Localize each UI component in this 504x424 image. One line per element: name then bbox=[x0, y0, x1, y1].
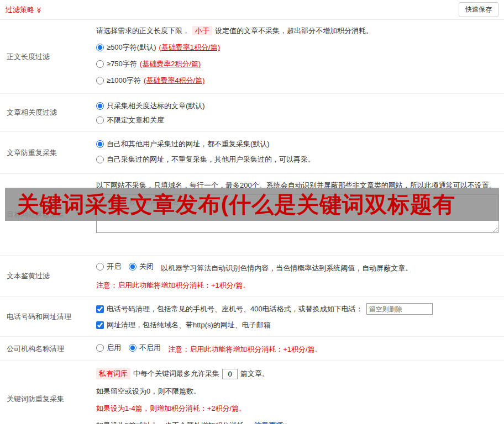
company-disable-label: 不启用 bbox=[139, 343, 161, 353]
relevance-strict-option[interactable]: 只采集相关度达标的文章(默认) bbox=[96, 101, 498, 111]
content-length-filter-content: 请选择需求的正文长度下限，小于设定值的文章不采集，超出部分不增加积分消耗。 ≥5… bbox=[94, 20, 504, 93]
keyword-dedup-line3: 如果设为1-4篇，则增加积分消耗：+2积分/篇。 bbox=[96, 404, 498, 414]
url-clean-label: 网址清理，包括纯域名、带http(s)的网址、电子邮箱 bbox=[107, 320, 271, 330]
url-clean-option[interactable]: 网址清理，包括纯域名、带http(s)的网址、电子邮箱 bbox=[96, 320, 498, 330]
porn-on-radio[interactable] bbox=[96, 263, 104, 271]
length-1000-label: ≥1000字符 bbox=[107, 76, 141, 86]
replacement-phone-input[interactable] bbox=[366, 303, 433, 315]
porn-filter-label: 文本鉴黄过滤 bbox=[0, 256, 94, 296]
company-disable-option[interactable]: 不启用 bbox=[129, 343, 161, 353]
relevance-strict-radio[interactable] bbox=[96, 102, 104, 110]
length-750-label: ≥750字符 bbox=[107, 59, 137, 69]
dedup-all-users-radio[interactable] bbox=[96, 140, 104, 148]
relevance-filter-content: 只采集相关度达标的文章(默认) 不限定文章相关度 bbox=[94, 94, 504, 131]
porn-filter-options: 开启 关闭 以机器学习算法自动识别色情内容，当色情概率达到系统阈值，自动屏蔽文章… bbox=[96, 262, 498, 273]
porn-off-option[interactable]: 关闭 bbox=[129, 262, 154, 272]
company-clean-options: 启用 不启用 注意：启用此功能将增加积分消耗：+1积分/篇。 bbox=[96, 343, 498, 354]
collapse-chevron-icon: ≫ bbox=[35, 7, 43, 13]
length-750-option[interactable]: ≥750字符 (基础费率2积分/篇) bbox=[96, 59, 498, 69]
keyword-dedup-line1-mid: 中每个关键词最多允许采集 bbox=[133, 369, 219, 379]
overlay-banner-text: 关键词采集文章发布(什么是关键词双标题有 bbox=[17, 189, 455, 220]
relevance-any-radio[interactable] bbox=[96, 116, 104, 124]
relevance-strict-label: 只采集相关度达标的文章(默认) bbox=[107, 101, 205, 111]
row-content-length-filter: 正文长度过滤 请选择需求的正文长度下限，小于设定值的文章不采集，超出部分不增加积… bbox=[0, 20, 504, 94]
relevance-any-label: 不限定文章相关度 bbox=[107, 115, 164, 125]
keyword-dedup-line4: 如果设为5篇或以上，也不会额外增加积分消耗。 注意事项≫ bbox=[96, 421, 498, 424]
page-title-text: 过滤策略 bbox=[6, 6, 34, 14]
content-length-intro: 请选择需求的正文长度下限，小于设定值的文章不采集，超出部分不增加积分消耗。 bbox=[96, 26, 498, 36]
porn-on-label: 开启 bbox=[107, 262, 121, 272]
keyword-dedup-line4-text: 如果设为5篇或以上，也不会额外增加积分消耗。 bbox=[96, 421, 251, 424]
row-phone-url-clean: 电话号码和网址清理 电话号码清理，包括常见的手机号、座机号、400电话格式，或替… bbox=[0, 297, 504, 337]
dedup-collection-label: 文章防重复采集 bbox=[0, 132, 94, 173]
quick-save-button[interactable]: 快速保存 bbox=[459, 2, 498, 17]
keyword-dedup-line2: 如果留空或设为0，则不限篇数。 bbox=[96, 386, 498, 396]
keyword-dedup-line1: 私有词库 中每个关键词最多允许采集 篇文章。 bbox=[96, 368, 498, 379]
dedup-all-users-option[interactable]: 自己和其他用户采集过的网址，都不重复采集(默认) bbox=[96, 139, 498, 149]
row-keyword-dedup: 关键词防重复采集 私有词库 中每个关键词最多允许采集 篇文章。 如果留空或设为0… bbox=[0, 361, 504, 424]
dedup-collection-content: 自己和其他用户采集过的网址，都不重复采集(默认) 自己采集过的网址，不重复采集，… bbox=[94, 132, 504, 173]
porn-off-radio[interactable] bbox=[129, 263, 136, 271]
company-enable-radio[interactable] bbox=[96, 344, 104, 352]
porn-filter-content: 开启 关闭 以机器学习算法自动识别色情内容，当色情概率达到系统阈值，自动屏蔽文章… bbox=[94, 256, 504, 296]
keyword-dedup-line1-suffix: 篇文章。 bbox=[240, 369, 269, 379]
company-disable-radio[interactable] bbox=[129, 344, 136, 352]
company-clean-label: 公司机构名称清理 bbox=[0, 337, 94, 361]
overlay-banner: 关键词采集文章发布(什么是关键词双标题有 bbox=[5, 188, 499, 221]
content-length-filter-label: 正文长度过滤 bbox=[0, 20, 94, 93]
row-relevance-filter: 文章相关度过滤 只采集相关度达标的文章(默认) 不限定文章相关度 bbox=[0, 94, 504, 132]
company-clean-note: 注意：启用此功能将增加积分消耗：+1积分/篇。 bbox=[168, 345, 322, 353]
length-1000-option[interactable]: ≥1000字符 (基础费率4积分/篇) bbox=[96, 76, 498, 86]
length-1000-fee-link[interactable]: (基础费率4积分/篇) bbox=[144, 76, 205, 86]
porn-filter-note: 注意：启用此功能将增加积分消耗：+1积分/篇。 bbox=[96, 280, 498, 290]
phone-clean-label: 电话号码清理，包括常见的手机号、座机号、400电话格式，或替换成如下电话： bbox=[107, 304, 363, 314]
phone-clean-checkbox[interactable] bbox=[96, 305, 104, 313]
company-clean-content: 启用 不启用 注意：启用此功能将增加积分消耗：+1积分/篇。 bbox=[94, 337, 504, 361]
private-lexicon-link[interactable]: 私有词库 bbox=[96, 368, 130, 379]
relevance-filter-label: 文章相关度过滤 bbox=[0, 94, 94, 131]
company-enable-label: 启用 bbox=[107, 343, 121, 353]
keyword-dedup-label: 关键词防重复采集 bbox=[0, 361, 94, 424]
intro-prefix: 请选择需求的正文长度下限， bbox=[96, 26, 190, 35]
url-clean-checkbox[interactable] bbox=[96, 321, 104, 329]
row-company-clean: 公司机构名称清理 启用 不启用 注意：启用此功能将增加积分消耗：+1积分/篇。 bbox=[0, 337, 504, 361]
header: 过滤策略≫ 快速保存 bbox=[0, 0, 504, 20]
porn-off-label: 关闭 bbox=[139, 262, 154, 272]
intro-highlight: 小于 bbox=[192, 26, 212, 35]
length-500-label: ≥500字符(默认) bbox=[107, 43, 156, 52]
max-articles-input[interactable] bbox=[222, 369, 238, 379]
dedup-self-only-option[interactable]: 自己采集过的网址，不重复采集，其他用户采集过的，可以再采。 bbox=[96, 155, 498, 165]
phone-url-clean-label: 电话号码和网址清理 bbox=[0, 297, 94, 336]
notice-link[interactable]: 注意事项≫ bbox=[254, 421, 290, 424]
porn-on-option[interactable]: 开启 bbox=[96, 262, 121, 272]
dedup-all-users-label: 自己和其他用户采集过的网址，都不重复采集(默认) bbox=[107, 139, 270, 149]
length-750-radio[interactable] bbox=[96, 60, 104, 68]
row-porn-filter: 文本鉴黄过滤 开启 关闭 以机器学习算法自动识别色情内容，当色情概率达到系统阈值… bbox=[0, 256, 504, 297]
length-500-fee-link[interactable]: (基础费率1积分/篇) bbox=[159, 43, 220, 52]
length-500-radio[interactable] bbox=[96, 44, 104, 51]
dedup-self-only-radio[interactable] bbox=[96, 156, 104, 163]
porn-filter-description: 以机器学习算法自动识别色情内容，当色情概率达到系统阈值，自动屏蔽文章。 bbox=[161, 264, 412, 272]
page-title[interactable]: 过滤策略≫ bbox=[6, 5, 43, 15]
phone-url-clean-content: 电话号码清理，包括常见的手机号、座机号、400电话格式，或替换成如下电话： 网址… bbox=[94, 297, 504, 336]
company-enable-option[interactable]: 启用 bbox=[96, 343, 121, 353]
length-500-option[interactable]: ≥500字符(默认) (基础费率1积分/篇) bbox=[96, 43, 498, 52]
length-750-fee-link[interactable]: (基础费率2积分/篇) bbox=[140, 59, 201, 69]
keyword-dedup-content: 私有词库 中每个关键词最多允许采集 篇文章。 如果留空或设为0，则不限篇数。 如… bbox=[94, 361, 504, 424]
length-1000-radio[interactable] bbox=[96, 77, 104, 84]
phone-clean-option[interactable]: 电话号码清理，包括常见的手机号、座机号、400电话格式，或替换成如下电话： bbox=[96, 303, 498, 315]
row-dedup-collection: 文章防重复采集 自己和其他用户采集过的网址，都不重复采集(默认) 自己采集过的网… bbox=[0, 132, 504, 174]
dedup-self-only-label: 自己采集过的网址，不重复采集，其他用户采集过的，可以再采。 bbox=[107, 155, 315, 165]
relevance-any-option[interactable]: 不限定文章相关度 bbox=[96, 115, 498, 125]
intro-suffix: 设定值的文章不采集，超出部分不增加积分消耗。 bbox=[215, 26, 373, 35]
